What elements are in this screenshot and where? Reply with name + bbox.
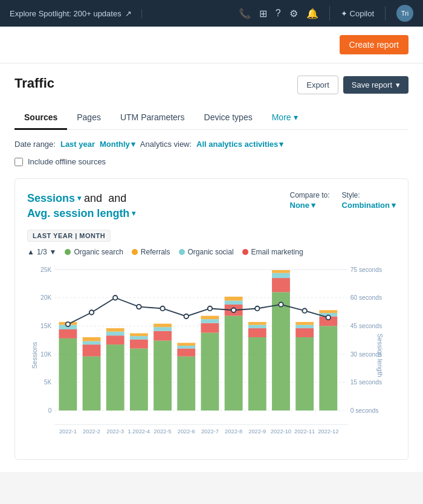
- svg-point-67: [66, 322, 70, 326]
- tab-more[interactable]: More ▾: [262, 106, 308, 130]
- svg-rect-44: [201, 323, 219, 333]
- svg-rect-25: [83, 341, 101, 345]
- analytics-view-dropdown[interactable]: All analytics activities ▾: [196, 140, 283, 149]
- svg-rect-47: [225, 316, 243, 411]
- spotlight-banner[interactable]: Explore Spotlight: 200+ updates ↗: [10, 9, 142, 18]
- chart-wrapper: Sessions Session length 25K 20K 15K: [27, 263, 396, 447]
- email-marketing-dot: [242, 249, 248, 255]
- create-report-button[interactable]: Create report: [340, 35, 408, 54]
- chart-title: Sessions ▾ and and and Avg. session leng…: [27, 191, 135, 221]
- main-container: Create report Traffic Export Save report…: [0, 27, 423, 472]
- phone-icon[interactable]: 📞: [239, 8, 251, 19]
- svg-rect-38: [153, 324, 172, 328]
- period-badge: LAST YEAR | MONTH: [27, 230, 111, 242]
- svg-rect-59: [295, 337, 314, 410]
- user-initials: Tri: [401, 10, 408, 17]
- svg-rect-51: [248, 337, 266, 410]
- svg-point-76: [279, 303, 283, 307]
- svg-rect-34: [130, 334, 148, 337]
- svg-rect-26: [83, 337, 101, 341]
- frequency-chevron-icon: ▾: [131, 140, 135, 149]
- page-title: Traffic: [15, 76, 54, 91]
- legend-email-marketing: Email marketing: [242, 248, 303, 256]
- chart-svg: 25K 20K 15K 10K 5K 0 75 seconds 60 secon…: [54, 263, 347, 445]
- external-link-icon: ↗: [125, 9, 132, 18]
- compare-control: Compare to: None ▾: [290, 191, 330, 210]
- referrals-dot: [132, 249, 138, 255]
- svg-text:2022-11: 2022-11: [294, 428, 315, 435]
- svg-text:2022-12: 2022-12: [318, 428, 338, 435]
- svg-rect-36: [153, 331, 172, 341]
- legend-down-arrow-icon[interactable]: ▼: [50, 248, 57, 256]
- legend-navigation: ▲ 1/3 ▼: [27, 248, 56, 256]
- svg-text:10K: 10K: [40, 351, 51, 358]
- svg-point-68: [89, 311, 94, 315]
- svg-text:2022-2: 2022-2: [83, 428, 100, 435]
- svg-rect-50: [225, 297, 243, 301]
- bell-icon[interactable]: 🔔: [306, 8, 318, 19]
- offline-sources-checkbox[interactable]: [15, 158, 23, 166]
- metric1-title[interactable]: Sessions ▾: [27, 191, 81, 206]
- organic-search-label: Organic search: [74, 248, 123, 256]
- save-report-chevron: ▾: [396, 80, 400, 89]
- save-report-button[interactable]: Save report ▾: [343, 76, 408, 94]
- svg-rect-55: [272, 292, 290, 411]
- style-value-dropdown[interactable]: Combination ▾: [342, 201, 396, 210]
- legend-referrals: Referrals: [132, 248, 170, 256]
- date-range-value[interactable]: Last year: [60, 140, 95, 149]
- tab-pages[interactable]: Pages: [67, 106, 111, 130]
- organic-social-label: Organic social: [188, 248, 234, 256]
- svg-rect-39: [177, 357, 195, 411]
- organic-social-dot: [179, 249, 185, 255]
- save-report-label: Save report: [352, 80, 392, 89]
- svg-rect-66: [319, 311, 337, 314]
- svg-text:75 seconds: 75 seconds: [350, 267, 382, 273]
- svg-rect-35: [153, 341, 172, 411]
- style-chevron-icon: ▾: [392, 201, 396, 210]
- chart-controls: Compare to: None ▾ Style: Combination ▾: [290, 191, 396, 210]
- checkbox-row: Include offline sources: [15, 157, 408, 166]
- svg-rect-52: [248, 328, 266, 337]
- spotlight-text: Explore Spotlight: 200+ updates: [10, 9, 121, 18]
- nav-divider: [329, 6, 330, 21]
- help-icon[interactable]: ?: [276, 8, 281, 19]
- svg-text:2022-10: 2022-10: [271, 428, 291, 435]
- legend-up-arrow-icon[interactable]: ▲: [27, 248, 34, 256]
- svg-rect-29: [106, 332, 124, 336]
- page-header: Traffic Export Save report ▾: [15, 76, 408, 94]
- export-button[interactable]: Export: [297, 76, 338, 94]
- settings-icon[interactable]: ⚙: [289, 8, 298, 19]
- svg-text:1.2022-4: 1.2022-4: [128, 428, 150, 435]
- legend-organic-social: Organic social: [179, 248, 234, 256]
- nav-divider-2: [385, 6, 386, 21]
- tab-device-types[interactable]: Device types: [195, 106, 262, 130]
- offline-sources-label: Include offline sources: [28, 157, 106, 166]
- tab-sources[interactable]: Sources: [15, 106, 67, 130]
- svg-text:20K: 20K: [40, 295, 51, 302]
- filter-row: Date range: Last year Monthly ▾ Analytic…: [15, 140, 408, 149]
- tabs-row: Sources Pages UTM Parameters Device type…: [15, 106, 408, 130]
- y-axis-right-label: Session length: [376, 334, 384, 377]
- copilot-button[interactable]: ✦ Copilot: [341, 9, 374, 18]
- svg-rect-46: [201, 316, 219, 320]
- svg-text:2022-3: 2022-3: [106, 428, 124, 435]
- tab-utm-parameters[interactable]: UTM Parameters: [111, 106, 195, 130]
- date-range-label: Date range:: [15, 140, 56, 149]
- svg-rect-20: [59, 329, 77, 338]
- filter-separator: Analytics view:: [140, 140, 192, 149]
- compare-value-dropdown[interactable]: None ▾: [290, 201, 330, 210]
- style-control: Style: Combination ▾: [342, 191, 396, 210]
- metric2-title[interactable]: Avg. session length ▾: [27, 206, 135, 221]
- svg-point-71: [160, 306, 164, 311]
- user-avatar[interactable]: Tri: [396, 5, 413, 22]
- grid-icon[interactable]: ⊞: [259, 8, 267, 19]
- svg-rect-33: [130, 337, 148, 340]
- more-chevron-icon: ▾: [294, 112, 298, 122]
- chart-legend: ▲ 1/3 ▼ Organic search Referrals Organic…: [27, 248, 396, 256]
- frequency-dropdown[interactable]: Monthly ▾: [100, 140, 135, 149]
- svg-point-78: [326, 315, 331, 320]
- svg-rect-27: [106, 345, 124, 411]
- svg-text:2022-6: 2022-6: [178, 428, 195, 435]
- svg-rect-31: [130, 349, 148, 411]
- svg-rect-28: [106, 336, 124, 345]
